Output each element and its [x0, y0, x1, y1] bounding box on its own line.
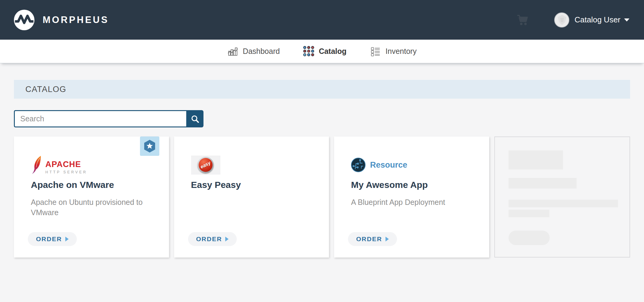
card-description: Apache on Ubuntu provisioned to VMware [31, 197, 149, 218]
featured-star-icon [143, 139, 156, 153]
search-icon [191, 115, 199, 123]
search-bar [14, 110, 203, 127]
inventory-list-icon [370, 46, 381, 57]
main-nav: Dashboard Catalog Inventory [0, 40, 644, 63]
app-header: MORPHEUS Catalog User [0, 0, 644, 40]
resource-type-label: Resource [370, 160, 407, 170]
easy-button-ring: easy [197, 157, 214, 173]
apache-feather-icon [31, 156, 43, 174]
featured-badge [140, 136, 159, 156]
page-title-bar: CATALOG [14, 80, 630, 99]
order-button[interactable]: ORDER [348, 232, 397, 246]
order-button-label: ORDER [196, 235, 222, 243]
cart-icon[interactable] [516, 13, 529, 27]
page-title: CATALOG [25, 85, 67, 94]
order-arrow-icon [65, 237, 69, 241]
catalog-grid: APACHE HTTP SERVER Apache on VMware Apac… [14, 136, 630, 258]
tab-inventory[interactable]: Inventory [370, 46, 417, 57]
resource-logo: Resource [351, 158, 407, 172]
brand-title: MORPHEUS [43, 15, 109, 25]
tab-dashboard-label: Dashboard [243, 47, 280, 56]
skeleton-description-line1 [509, 200, 618, 207]
morpheus-logo-icon [14, 10, 34, 30]
apache-wordmark: APACHE HTTP SERVER [45, 160, 87, 174]
catalog-card-apache[interactable]: APACHE HTTP SERVER Apache on VMware Apac… [14, 136, 169, 258]
search-button[interactable] [186, 110, 203, 127]
card-logo-zone: APACHE HTTP SERVER [31, 150, 152, 179]
catalog-grid-icon [303, 46, 314, 57]
avatar-pattern [555, 13, 569, 28]
tab-inventory-label: Inventory [385, 47, 417, 56]
catalog-card-placeholder [494, 136, 630, 258]
order-arrow-icon [225, 237, 229, 241]
chevron-down-icon[interactable] [624, 18, 629, 21]
easy-button-logo: easy [191, 156, 220, 175]
catalog-card-my-awesome-app[interactable]: Resource My Awesome App A Blueprint App … [334, 136, 489, 258]
easy-button-face: easy [199, 158, 213, 172]
user-avatar[interactable] [554, 12, 569, 28]
easy-button-text: easy [200, 160, 212, 170]
order-button-label: ORDER [356, 235, 382, 243]
user-menu[interactable]: Catalog User [574, 15, 620, 25]
order-button-label: ORDER [36, 235, 62, 243]
tab-catalog-label: Catalog [319, 47, 346, 56]
apache-wordmark-line2: HTTP SERVER [45, 170, 87, 174]
apache-wordmark-line1: APACHE [45, 160, 87, 169]
order-button[interactable]: ORDER [28, 232, 77, 246]
skeleton-button-block [509, 231, 550, 245]
card-logo-zone: easy [191, 150, 312, 179]
skeleton-title-block [509, 178, 577, 189]
skeleton-logo-block [509, 150, 563, 169]
card-title: Apache on VMware [31, 179, 152, 190]
dashboard-chart-icon [227, 46, 238, 57]
apache-httpd-logo: APACHE HTTP SERVER [31, 156, 87, 174]
circuit-globe-icon [351, 158, 366, 172]
order-button[interactable]: ORDER [188, 232, 237, 246]
tab-catalog[interactable]: Catalog [303, 46, 346, 57]
card-logo-zone: Resource [351, 150, 472, 179]
card-description: A Blueprint App Deployment [351, 197, 469, 207]
order-arrow-icon [385, 237, 389, 241]
skeleton-description-line2 [509, 210, 549, 217]
card-title: My Awesome App [351, 179, 472, 190]
main-content: CATALOG [0, 80, 644, 258]
search-input[interactable] [14, 110, 186, 127]
card-title: Easy Peasy [191, 179, 312, 190]
tab-dashboard[interactable]: Dashboard [227, 46, 280, 57]
catalog-card-easy-peasy[interactable]: easy Easy Peasy ORDER [174, 136, 329, 258]
